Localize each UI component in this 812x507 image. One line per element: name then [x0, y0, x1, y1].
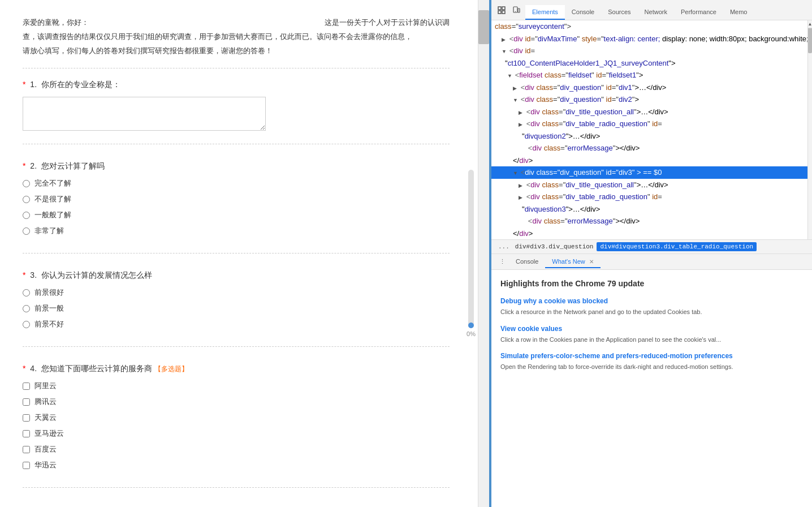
elements-line-10[interactable]: "divquestion2">…</div>	[491, 130, 807, 143]
q3-radio-3[interactable]	[23, 321, 30, 328]
q2-option-1[interactable]: 完全不了解	[23, 178, 450, 188]
whats-new-item-3: Simulate prefers-color-scheme and prefer…	[500, 352, 803, 372]
q4-option-5[interactable]: 百度云	[23, 444, 450, 454]
elements-vscroll[interactable]: ▲	[807, 20, 812, 239]
q2-radio-1[interactable]	[23, 180, 30, 187]
device-icon[interactable]	[511, 5, 522, 16]
elements-line-18[interactable]: </div>	[491, 227, 807, 240]
elements-line-9[interactable]: ▶ <div class="div_table_radio_question" …	[491, 118, 807, 130]
whats-new-item-1-title[interactable]: Debug why a cookie was blocked	[500, 297, 803, 305]
console-menu-icon[interactable]: ⋮	[496, 256, 509, 268]
q4-option-2[interactable]: 腾讯云	[23, 397, 450, 407]
question-1-title: * 1. 你所在的专业全称是：	[23, 80, 450, 90]
whats-new-tab-close[interactable]: ✕	[589, 259, 594, 265]
q4-check-5[interactable]	[23, 446, 30, 453]
q4-option-4[interactable]: 亚马逊云	[23, 428, 450, 439]
progress-text: 0%	[467, 330, 476, 337]
question-4: * 4. 您知道下面哪些云计算的服务商 【多选题】 阿里云 腾讯云 天翼云 亚马…	[23, 364, 450, 488]
bottom-tab-console[interactable]: Console	[509, 256, 545, 268]
q2-label-4: 非常了解	[34, 226, 64, 236]
survey-scrollbar[interactable]	[478, 0, 489, 507]
q2-option-3[interactable]: 一般般了解	[23, 210, 450, 220]
tab-performance[interactable]: Performance	[674, 5, 723, 20]
devtools-wrapper: Elements Console Sources Network Perform…	[489, 0, 812, 507]
elements-line-3[interactable]: ▼ <div id=	[491, 45, 807, 57]
q3-option-2[interactable]: 前景一般	[23, 303, 450, 313]
q4-label-2: 腾讯云	[34, 397, 57, 407]
q-text-1: 你所在的专业全称是：	[41, 80, 120, 89]
q3-radio-2[interactable]	[23, 305, 30, 312]
whats-new-item-3-title[interactable]: Simulate prefers-color-scheme and prefer…	[500, 352, 803, 360]
q4-check-2[interactable]	[23, 398, 30, 406]
q2-label-3: 一般般了解	[34, 210, 71, 220]
q2-option-2[interactable]: 不是很了解	[23, 194, 450, 204]
breadcrumb-dots[interactable]: ...	[496, 243, 512, 250]
elements-line-15[interactable]: ▶ <div class="div_table_radio_question" …	[491, 191, 807, 203]
q2-radio-4[interactable]	[23, 227, 30, 235]
breadcrumb-div3[interactable]: div#div3.div_question	[512, 242, 597, 251]
elements-content[interactable]: class="surveycontent"> ▶ <div id="divMax…	[491, 20, 807, 239]
tab-console[interactable]: Console	[565, 5, 601, 20]
elements-line-8[interactable]: ▶ <div class="div_title_question_all">…<…	[491, 106, 807, 118]
q4-label-5: 百度云	[34, 444, 57, 454]
bottom-tab-whats-new[interactable]: What's New ✕	[545, 256, 600, 268]
q3-radio-1[interactable]	[23, 289, 30, 297]
q4-check-6[interactable]	[23, 462, 30, 469]
svg-rect-3	[502, 11, 505, 14]
elements-area: class="surveycontent"> ▶ <div id="divMax…	[491, 20, 812, 239]
tab-sources[interactable]: Sources	[601, 5, 637, 20]
scroll-up-arrow[interactable]: ▲	[808, 20, 812, 28]
elements-vscroll-thumb[interactable]	[808, 25, 812, 53]
elements-line-5[interactable]: ▼ <fieldset class="fieldset" id="fieldse…	[491, 69, 807, 81]
q3-option-3[interactable]: 前景不好	[23, 319, 450, 329]
tab-memo[interactable]: Memo	[723, 5, 754, 20]
elements-line-12[interactable]: </div>	[491, 154, 807, 167]
elements-line-11[interactable]: <div class="errorMessage"></div>	[491, 142, 807, 154]
req-1: *	[23, 80, 25, 89]
q4-option-3[interactable]: 天翼云	[23, 413, 450, 423]
q-num-3: 3.	[30, 270, 39, 280]
q4-option-6[interactable]: 华迅云	[23, 460, 450, 470]
q2-radio-3[interactable]	[23, 212, 30, 219]
elements-line-14[interactable]: ▶ <div class="div_title_question_all">…<…	[491, 179, 807, 191]
elements-line-highlighted[interactable]: ▼ <div class="div_question" id="div3" > …	[491, 166, 807, 179]
devtools-breadcrumb: ... div#div3.div_question div#divquestio…	[491, 239, 812, 254]
progress-bar-bg	[468, 170, 474, 328]
q-num-1: 1.	[30, 80, 39, 89]
elements-line-2[interactable]: ▶ <div id="divMaxTime" style="text-align…	[491, 33, 807, 45]
question-1: * 1. 你所在的专业全称是：	[23, 80, 450, 144]
elements-line-16[interactable]: "divquestion3">…</div>	[491, 203, 807, 216]
tab-elements[interactable]: Elements	[525, 5, 565, 20]
req-4: *	[23, 364, 25, 373]
svg-rect-0	[498, 7, 501, 10]
whats-new-item-2-title[interactable]: View cookie values	[500, 325, 803, 333]
inspect-icon[interactable]	[496, 5, 507, 16]
svg-point-6	[515, 11, 516, 11]
intro-greeting: 亲爱的童靴，你好：	[23, 17, 89, 29]
q2-label-2: 不是很了解	[34, 194, 71, 204]
elements-line-6[interactable]: ▶ <div class="div_question" id="div1">…<…	[491, 81, 807, 94]
q1-text-input[interactable]	[23, 97, 266, 131]
tab-network[interactable]: Network	[638, 5, 674, 20]
q2-radio-2[interactable]	[23, 196, 30, 203]
q4-option-1[interactable]: 阿里云	[23, 381, 450, 391]
req-3: *	[23, 270, 25, 280]
whats-new-item-1-desc: Click a resource in the Network panel an…	[500, 307, 803, 317]
devtools-top-bar: Elements Console Sources Network Perform…	[491, 0, 812, 20]
multi-tag: 【多选题】	[154, 365, 188, 373]
q2-option-4[interactable]: 非常了解	[23, 226, 450, 236]
survey-scroll-thumb[interactable]	[478, 10, 489, 44]
elements-line-17[interactable]: <div class="errorMessage"></div>	[491, 215, 807, 227]
elements-line-1[interactable]: class="surveycontent">	[491, 20, 807, 33]
elements-line-4[interactable]: "ct100_ContentPlaceHolder1_JQ1_surveyCon…	[491, 57, 807, 70]
question-2: * 2. 您对云计算了解吗 完全不了解 不是很了解 一般般了解 非常了解	[23, 161, 450, 254]
breadcrumb-divquestion3[interactable]: div#divquestion3.div_table_radio_questio…	[597, 242, 757, 251]
q4-check-3[interactable]	[23, 414, 30, 422]
q4-label-6: 华迅云	[34, 460, 57, 470]
elements-line-7[interactable]: ▼ <div class="div_question" id="div2">	[491, 93, 807, 106]
q4-check-1[interactable]	[23, 383, 30, 390]
q3-option-1[interactable]: 前景很好	[23, 287, 450, 298]
survey-content: 亲爱的童靴，你好： 这是一份关于个人对于云计算的认识调 查，该调查报告的结果仅仅…	[0, 0, 478, 507]
q4-check-4[interactable]	[23, 430, 30, 437]
whats-new-item-1: Debug why a cookie was blocked Click a r…	[500, 297, 803, 317]
